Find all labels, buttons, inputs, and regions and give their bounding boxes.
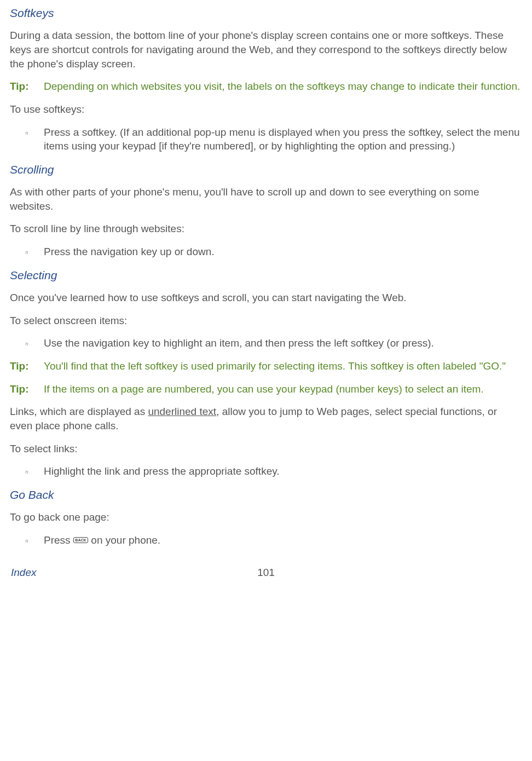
- goback-list: n Press BACK on your phone.: [10, 533, 522, 547]
- list-item: n Press a softkey. (If an additional pop…: [10, 125, 522, 153]
- list-item-text: Use the navigation key to highlight an i…: [44, 336, 522, 350]
- selecting-list: n Use the navigation key to highlight an…: [10, 336, 522, 350]
- footer-index: Index: [11, 566, 36, 580]
- links-para: Links, which are displayed as underlined…: [10, 405, 522, 433]
- list-item-text: Press BACK on your phone.: [44, 533, 522, 547]
- list-item: n Use the navigation key to highlight an…: [10, 336, 522, 350]
- softkeys-intro: To use softkeys:: [10, 102, 522, 117]
- tip-text: If the items on a page are numbered, you…: [44, 382, 522, 396]
- list-item: n Press BACK on your phone.: [10, 533, 522, 547]
- links-pre: Links, which are displayed as: [10, 406, 148, 417]
- footer-page-number: 101: [257, 566, 275, 580]
- selecting-para: Once you've learned how to use softkeys …: [10, 291, 522, 305]
- scrolling-para: As with other parts of your phone's menu…: [10, 185, 522, 213]
- heading-scrolling: Scrolling: [10, 162, 522, 177]
- tip-label: Tip:: [10, 382, 44, 396]
- selecting-intro2: To select links:: [10, 442, 522, 456]
- selecting-list2: n Highlight the link and press the appro…: [10, 464, 522, 478]
- list-item: n Press the navigation key up or down.: [10, 245, 522, 259]
- bullet-icon: n: [10, 464, 44, 478]
- bullet-icon: n: [10, 336, 44, 350]
- heading-selecting: Selecting: [10, 268, 522, 283]
- links-underlined: underlined text: [148, 406, 216, 417]
- bullet-icon: n: [10, 245, 44, 259]
- scrolling-intro: To scroll line by line through websites:: [10, 222, 522, 236]
- bullet-icon: n: [10, 533, 44, 547]
- heading-softkeys: Softkeys: [10, 5, 522, 21]
- goback-pre: Press: [44, 534, 73, 546]
- goback-intro: To go back one page:: [10, 510, 522, 524]
- tip-label: Tip:: [10, 79, 44, 94]
- page-footer: Index 101: [10, 566, 522, 580]
- tip-text: Depending on which websites you visit, t…: [44, 79, 522, 94]
- tip-selecting-1: Tip: You'll find that the left softkey i…: [10, 359, 522, 373]
- list-item-text: Press a softkey. (If an additional pop-u…: [44, 125, 522, 153]
- list-item-text: Highlight the link and press the appropr…: [44, 464, 522, 478]
- tip-text: You'll find that the left softkey is use…: [44, 359, 522, 373]
- list-item: n Highlight the link and press the appro…: [10, 464, 522, 478]
- tip-selecting-2: Tip: If the items on a page are numbered…: [10, 382, 522, 396]
- softkeys-para: During a data session, the bottom line o…: [10, 28, 522, 71]
- tip-label: Tip:: [10, 359, 44, 373]
- selecting-intro: To select onscreen items:: [10, 314, 522, 328]
- tip-softkeys: Tip: Depending on which websites you vis…: [10, 79, 522, 94]
- goback-post: on your phone.: [88, 534, 160, 546]
- back-key-icon: BACK: [73, 537, 88, 543]
- bullet-icon: n: [10, 125, 44, 153]
- scrolling-list: n Press the navigation key up or down.: [10, 245, 522, 259]
- heading-goback: Go Back: [10, 487, 522, 503]
- list-item-text: Press the navigation key up or down.: [44, 245, 522, 259]
- softkeys-list: n Press a softkey. (If an additional pop…: [10, 125, 522, 153]
